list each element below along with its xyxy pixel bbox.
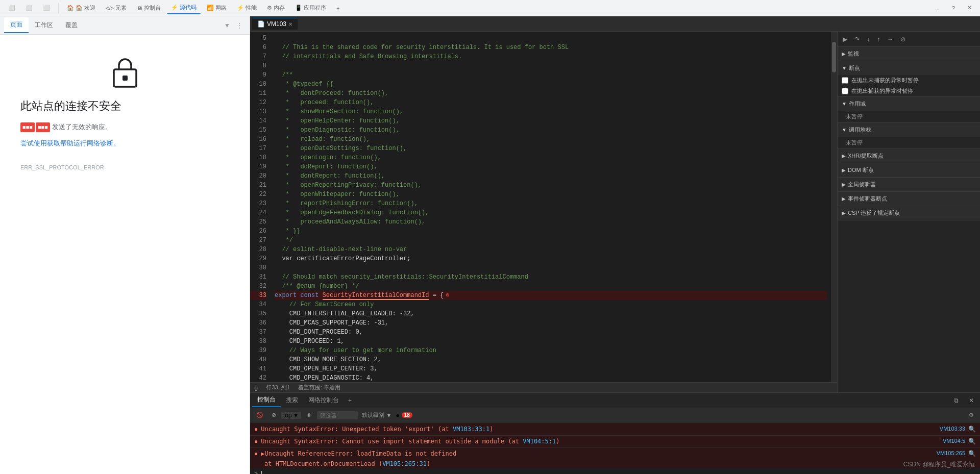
tab-overrides[interactable]: 覆盖 [59,18,84,33]
console-tab-search[interactable]: 搜索 [281,394,303,407]
section-event-header[interactable]: ▶ 事件侦听器断点 [838,192,980,206]
breakpoint-cb1[interactable] [842,77,848,84]
file-tab-name: VM103 [267,20,286,28]
resume-btn[interactable]: ▶ [840,34,850,44]
toolbar-icon-2[interactable]: ⬜ [21,3,37,13]
section-watch-header[interactable]: ▶ 监视 [838,47,980,61]
error-text-1: Uncaught SyntaxError: Unexpected token '… [261,425,936,434]
section-breakpoints: ▼ 断点 在抛出未捕获的异常时暂停 在抛出捕获的异常时暂停 [838,61,980,97]
csp-arrow: ▶ [842,210,846,216]
svg-rect-1 [122,76,128,81]
error-3-link[interactable]: VM105:265:31 [382,460,427,467]
console-eye-btn[interactable]: 👁 [303,411,315,419]
error-3-search[interactable]: 🔍 [968,450,976,458]
left-panel-more[interactable]: ⋮ [233,22,246,29]
error-3-location[interactable]: VM105:265 [937,450,965,457]
error-1-location[interactable]: VM103:33 [940,425,965,433]
console-error-3: ● ▶Uncaught ReferenceError: loadTimeData… [250,448,980,460]
section-xhr-header[interactable]: ▶ XHR/提取断点 [838,149,980,163]
error-icon-3: ● [254,450,258,458]
file-tab-vm103[interactable]: 📄 VM103 ✕ [252,18,298,30]
toolbar-icon-1[interactable]: ⬜ [4,3,19,13]
more-button[interactable]: ... [931,3,944,13]
dom-label: DOM 断点 [848,166,874,174]
application-icon: 📱 [295,5,302,11]
error-text-2: Uncaught SyntaxError: Cannot use import … [261,437,939,446]
section-csp-header[interactable]: ▶ CSP 违反了规定断点 [838,206,980,220]
event-arrow: ▶ [842,196,846,202]
watermark: CSDN @程序员_唯爱永恒 [903,460,975,469]
tab-page[interactable]: 页面 [4,17,29,33]
help-button[interactable]: ? [948,3,959,13]
error-2-search[interactable]: 🔍 [968,437,976,446]
step-into-btn[interactable]: ↓ [864,34,873,44]
scope-empty-label: 未暂停 [838,111,980,122]
toolbar-left-icons: ⬜ ⬜ ⬜ [4,3,54,13]
code-content[interactable]: // This is the shared code for security … [271,32,831,382]
left-panel-dropdown[interactable]: ▼ [221,22,233,29]
tab-workspace[interactable]: 工作区 [29,18,59,33]
status-position: 行33, 列1 [266,384,289,391]
console-tabs: 控制台 搜索 网络控制台 + ⧉ ✕ [250,393,980,408]
editor-status-bar: {} 行33, 列1 覆盖范围: 不适用 [250,382,837,392]
step-out-btn[interactable]: ↑ [874,34,883,44]
close-button[interactable]: ✕ [963,3,976,13]
console-tab-add[interactable]: + [344,395,356,406]
console-filter-input[interactable] [317,411,358,419]
breakpoint-cb1-row: 在抛出未捕获的异常时暂停 [838,75,980,86]
tab-elements[interactable]: </> 元素 [102,2,131,14]
tab-memory[interactable]: ⚙ 内存 [263,2,289,14]
console-error-1: ● Uncaught SyntaxError: Unexpected token… [250,423,980,436]
lock-icon [110,55,140,88]
debugger-toolbar: ▶ ↷ ↓ ↑ → ⊘ [838,32,980,47]
editor-scrollbar[interactable] [831,32,837,382]
error-1-link[interactable]: VM103:33:1 [453,426,489,433]
error-host-badge: ■■■ [20,122,35,132]
section-global-header[interactable]: ▶ 全局侦听器 [838,178,980,191]
toolbar-icon-3[interactable]: ⬜ [39,3,54,13]
error-link-row: 尝试使用获取帮助运行网络诊断。 [20,138,229,148]
error-host-badge2: ■■■ [36,122,50,132]
tab-console[interactable]: 🖥 控制台 [133,2,165,14]
tab-sources[interactable]: ⚡ 源代码 [167,2,201,14]
section-breakpoints-header[interactable]: ▼ 断点 [838,61,980,75]
devtools-toolbar: ⬜ ⬜ ⬜ 🏠 🏠 欢迎 </> 元素 🖥 控制台 ⚡ 源代码 📶 网络 ⚡ 性… [0,0,980,16]
section-callstack-header[interactable]: ▼ 调用堆栈 [838,123,980,137]
file-tab-close[interactable]: ✕ [288,21,292,27]
deactivate-btn[interactable]: ⊘ [897,34,909,44]
console-toolbar: 🚫 ⊘ top ▼ 👁 默认级别 ▼ ● 18 ⚙ [250,408,980,422]
tab-application[interactable]: 📱 应用程序 [291,2,330,14]
section-scope: ▼ 作用域 未暂停 [838,97,980,123]
console-cursor[interactable]: | [261,470,262,474]
error-1-search[interactable]: 🔍 [968,425,976,434]
console-prompt: > [254,470,258,474]
console-level-dropdown[interactable]: ▼ [386,412,392,418]
error-help-link[interactable]: 尝试使用获取帮助运行网络诊断。 [20,139,120,147]
console-error-3-expanded: at HTMLDocument.onDocumentLoad (VM105:26… [250,459,980,468]
tab-performance[interactable]: ⚡ 性能 [233,2,261,14]
error-desc-text: 发送了无效的响应。 [52,123,112,131]
console-split-btn[interactable]: ⧉ [950,395,963,406]
step-btn[interactable]: → [884,34,896,44]
console-clear-btn[interactable]: 🚫 [253,411,266,419]
file-tabs-bar: 📄 VM103 ✕ [250,16,980,32]
sources-icon: ⚡ [171,4,178,11]
section-dom-header[interactable]: ▶ DOM 断点 [838,163,980,177]
error-icon-1: ● [254,425,258,434]
error-2-location[interactable]: VM104:5 [943,437,965,445]
error-2-link[interactable]: VM104:5:1 [523,438,556,445]
console-settings-btn[interactable]: ⚙ [966,411,977,419]
tab-network[interactable]: 📶 网络 [203,2,231,14]
top-dropdown[interactable]: ▼ [293,412,299,419]
section-scope-header[interactable]: ▼ 作用域 [838,97,980,111]
console-close-btn[interactable]: ✕ [965,395,978,406]
xhr-arrow: ▶ [842,153,846,159]
tab-welcome[interactable]: 🏠 🏠 欢迎 [63,2,100,14]
step-over-btn[interactable]: ↷ [851,34,863,44]
tab-add[interactable]: + [332,3,344,13]
console-tab-console[interactable]: 控制台 [252,393,281,407]
console-tab-network[interactable]: 网络控制台 [303,394,344,407]
console-error-badge: 18 [402,412,412,418]
console-filter-btn[interactable]: ⊘ [268,411,279,419]
breakpoint-cb2[interactable] [842,88,848,94]
